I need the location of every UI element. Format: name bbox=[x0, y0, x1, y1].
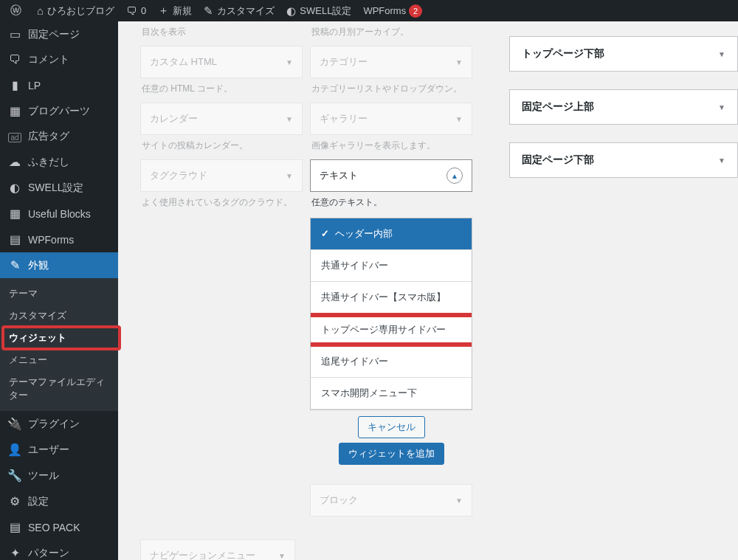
swell-settings-link[interactable]: ◐SWELL設定 bbox=[280, 0, 357, 21]
new-content-link[interactable]: ＋新規 bbox=[152, 0, 198, 21]
site-name: ひろおじブログ bbox=[47, 4, 114, 18]
sidebar-item-settings[interactable]: ⚙設定 bbox=[0, 488, 118, 514]
user-icon: 👤 bbox=[7, 443, 22, 457]
comment-icon: 🗨 bbox=[7, 53, 22, 66]
page-icon: ▭ bbox=[7, 27, 22, 41]
widget-areas-column: トップページ下部▼ 固定ページ上部▼ 固定ページ下部▼ bbox=[509, 36, 738, 196]
seo-icon: ▤ bbox=[7, 520, 22, 534]
dropdown-item-header-inner[interactable]: ✓ヘッダー内部 bbox=[311, 218, 472, 250]
check-icon: ✓ bbox=[321, 227, 329, 241]
sidebar-item-fukidashi[interactable]: ☁ふきだし bbox=[0, 149, 118, 175]
swell-label: SWELL設定 bbox=[300, 4, 351, 18]
chevron-down-icon: ▼ bbox=[278, 552, 286, 560]
submenu-customize[interactable]: カスタマイズ bbox=[0, 305, 118, 327]
chevron-down-icon: ▼ bbox=[718, 103, 725, 111]
widget-desc: 投稿の月別アーカイブ。 bbox=[310, 21, 472, 40]
widget-area-dropdown: ✓ヘッダー内部 共通サイドバー 共通サイドバー【スマホ版】 トップページ専用サイ… bbox=[310, 218, 472, 410]
widget-tagcloud[interactable]: タグクラウド▼ bbox=[140, 159, 303, 192]
home-icon: ⌂ bbox=[37, 4, 44, 17]
swell-icon: ◐ bbox=[286, 4, 296, 18]
widget-custom-html[interactable]: カスタム HTML▼ bbox=[140, 46, 303, 78]
blocks-icon: ▦ bbox=[7, 104, 22, 118]
cancel-button[interactable]: キャンセル bbox=[358, 416, 425, 438]
widget-desc: 目次を表示 bbox=[140, 21, 303, 40]
lp-icon: ▮ bbox=[7, 78, 22, 92]
wp-logo[interactable]: ⓦ bbox=[4, 0, 31, 21]
new-label: 新規 bbox=[173, 4, 192, 18]
area-top-bottom[interactable]: トップページ下部▼ bbox=[509, 36, 738, 72]
sliders-icon: ⚙ bbox=[7, 494, 22, 508]
chevron-down-icon: ▼ bbox=[286, 115, 293, 123]
area-page-top[interactable]: 固定ページ上部▼ bbox=[509, 89, 738, 125]
admin-sidebar: ▭固定ページ 🗨コメント ▮LP ▦ブログパーツ ad広告タグ ☁ふきだし ◐S… bbox=[0, 21, 118, 560]
wrench-icon: 🔧 bbox=[7, 469, 22, 483]
chevron-down-icon: ▼ bbox=[286, 172, 293, 180]
customize-link[interactable]: ✎カスタマイズ bbox=[198, 0, 280, 21]
sidebar-item-pages[interactable]: ▭固定ページ bbox=[0, 21, 118, 47]
wordpress-icon: ⓦ bbox=[10, 4, 21, 18]
brush-icon: ✎ bbox=[204, 4, 213, 18]
sidebar-item-usefulblocks[interactable]: ▦Useful Blocks bbox=[0, 201, 118, 227]
dropdown-item-sp-menu[interactable]: スマホ開閉メニュー下 bbox=[311, 378, 472, 409]
chevron-down-icon: ▼ bbox=[455, 115, 463, 123]
submenu-menu[interactable]: メニュー bbox=[0, 349, 118, 371]
sidebar-item-lp[interactable]: ▮LP bbox=[0, 72, 118, 98]
chevron-down-icon: ▼ bbox=[455, 497, 463, 505]
sidebar-item-pattern[interactable]: ✦パターン bbox=[0, 540, 118, 560]
widget-category[interactable]: カテゴリー▼ bbox=[310, 46, 472, 78]
sidebar-item-plugins[interactable]: 🔌プラグイン bbox=[0, 411, 118, 437]
dropdown-item-top-sidebar[interactable]: トップページ専用サイドバー bbox=[311, 314, 472, 346]
widget-desc: 画像ギャラリーを表示します。 bbox=[310, 135, 472, 153]
customize-label: カスタマイズ bbox=[217, 4, 275, 18]
appearance-submenu: テーマ カスタマイズ ウィジェット メニュー テーマファイルエディター bbox=[0, 278, 118, 411]
sidebar-item-wpforms[interactable]: ▤WPForms bbox=[0, 227, 118, 252]
widget-text-active[interactable]: テキスト▲ bbox=[310, 159, 472, 192]
chevron-down-icon: ▼ bbox=[286, 58, 293, 66]
widget-gallery[interactable]: ギャラリー▼ bbox=[310, 103, 472, 135]
sidebar-item-adtag[interactable]: ad広告タグ bbox=[0, 124, 118, 149]
sidebar-item-comments[interactable]: 🗨コメント bbox=[0, 47, 118, 72]
pattern-icon: ✦ bbox=[7, 546, 22, 560]
submenu-theme[interactable]: テーマ bbox=[0, 283, 118, 305]
chevron-up-icon[interactable]: ▲ bbox=[446, 167, 463, 184]
wpforms-badge: 2 bbox=[409, 4, 422, 18]
comment-icon: 🗨 bbox=[126, 4, 137, 17]
sidebar-item-appearance[interactable]: ✎外観 bbox=[0, 252, 118, 278]
widget-calendar[interactable]: カレンダー▼ bbox=[140, 103, 303, 135]
widget-desc: 任意の HTML コード。 bbox=[140, 78, 303, 97]
sidebar-item-seopack[interactable]: ▤SEO PACK bbox=[0, 514, 118, 540]
submenu-editor[interactable]: テーマファイルエディター bbox=[0, 371, 118, 407]
swell-icon: ◐ bbox=[7, 181, 22, 195]
add-widget-button[interactable]: ウィジェットを追加 bbox=[339, 443, 444, 465]
admin-bar: ⓦ ⌂ひろおじブログ 🗨0 ＋新規 ✎カスタマイズ ◐SWELL設定 WPFor… bbox=[0, 0, 738, 21]
sidebar-item-swell[interactable]: ◐SWELL設定 bbox=[0, 175, 118, 201]
grid-icon: ▦ bbox=[7, 207, 22, 221]
area-page-bottom[interactable]: 固定ページ下部▼ bbox=[509, 142, 738, 178]
comments-count: 0 bbox=[141, 5, 146, 16]
sidebar-item-blogparts[interactable]: ▦ブログパーツ bbox=[0, 98, 118, 124]
brush-icon: ✎ bbox=[7, 258, 22, 272]
sidebar-item-tools[interactable]: 🔧ツール bbox=[0, 463, 118, 488]
chevron-down-icon: ▼ bbox=[718, 50, 725, 58]
widget-desc: サイトの投稿カレンダー。 bbox=[140, 135, 303, 153]
site-name-link[interactable]: ⌂ひろおじブログ bbox=[31, 0, 120, 21]
comments-link[interactable]: 🗨0 bbox=[120, 0, 152, 21]
dropdown-list[interactable]: ✓ヘッダー内部 共通サイドバー 共通サイドバー【スマホ版】 トップページ専用サイ… bbox=[311, 218, 472, 409]
widget-block[interactable]: ブロック▼ bbox=[310, 484, 472, 516]
wpforms-link[interactable]: WPForms2 bbox=[357, 0, 428, 21]
dropdown-item-sticky[interactable]: 追尾サイドバー bbox=[311, 346, 472, 378]
dropdown-item-sidebar[interactable]: 共通サイドバー bbox=[311, 250, 472, 282]
dropdown-actions: キャンセル ウィジェットを追加 bbox=[310, 410, 472, 471]
plugin-icon: 🔌 bbox=[7, 417, 22, 431]
speech-icon: ☁ bbox=[7, 155, 22, 169]
dropdown-item-sidebar-sp[interactable]: 共通サイドバー【スマホ版】 bbox=[311, 282, 472, 314]
chevron-down-icon: ▼ bbox=[455, 58, 463, 66]
form-icon: ▤ bbox=[7, 232, 22, 246]
chevron-down-icon: ▼ bbox=[718, 156, 725, 165]
widget-navmenu[interactable]: ナビゲーションメニュー▼ bbox=[140, 539, 295, 560]
plus-icon: ＋ bbox=[158, 4, 169, 18]
main-content: 目次を表示 カスタム HTML▼ 任意の HTML コード。 カレンダー▼ サイ… bbox=[118, 21, 738, 560]
ad-icon: ad bbox=[7, 130, 22, 143]
submenu-widgets[interactable]: ウィジェット bbox=[0, 327, 118, 349]
sidebar-item-users[interactable]: 👤ユーザー bbox=[0, 437, 118, 463]
